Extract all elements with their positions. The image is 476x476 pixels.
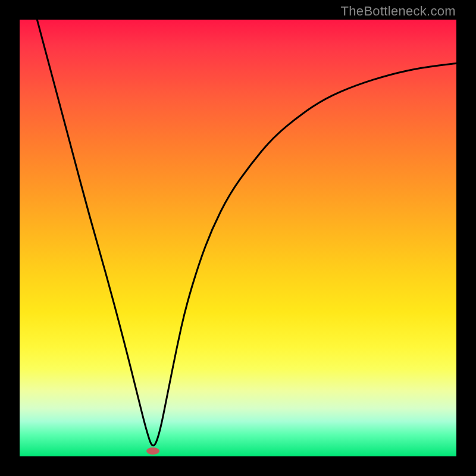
watermark-text: TheBottleneck.com xyxy=(341,4,456,19)
curve-svg xyxy=(20,20,456,456)
chart-container: TheBottleneck.com xyxy=(0,0,476,476)
bottleneck-curve xyxy=(37,20,456,446)
plot-area xyxy=(20,20,456,456)
